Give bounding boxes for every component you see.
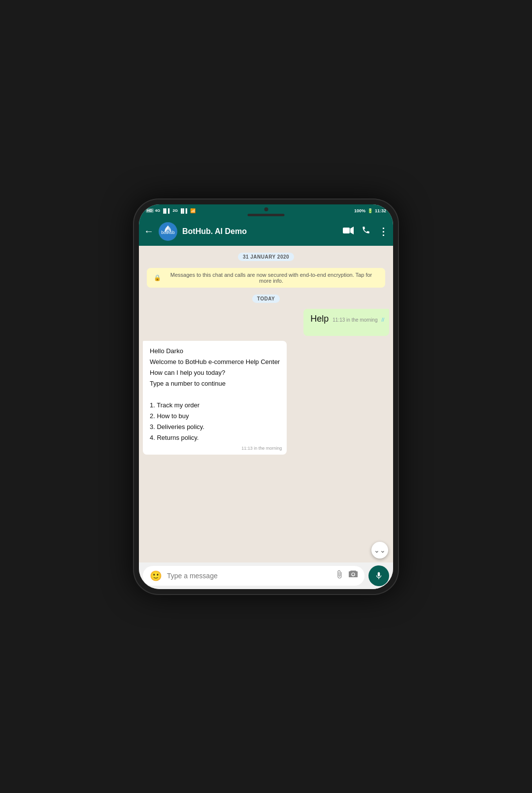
network-2g: 2G xyxy=(172,208,178,213)
video-call-icon[interactable] xyxy=(343,227,354,236)
bot-message-bubble: Hello Darko Welcome to BotHub e-commerce… xyxy=(143,341,287,455)
more-options-icon[interactable]: ⋮ xyxy=(378,226,388,237)
sent-message-bubble: Help 11:13 in the morning // xyxy=(303,309,389,336)
bot-message-row: Hello Darko Welcome to BotHub e-commerce… xyxy=(143,341,389,455)
camera-icon[interactable] xyxy=(349,570,358,581)
signal-bars-2: ▐▌▌ xyxy=(179,208,189,213)
avatar[interactable]: bothub xyxy=(159,222,177,241)
battery-icon: 🔋 xyxy=(367,208,373,213)
emoji-icon[interactable]: 🙂 xyxy=(150,570,162,582)
back-button[interactable]: ← xyxy=(144,226,154,237)
check-marks: // xyxy=(381,317,384,324)
input-bar: 🙂 xyxy=(139,562,393,589)
sent-message-text: Help xyxy=(310,313,329,325)
chat-area[interactable]: 31 JANUARY 2020 🔒 Messages to this chat … xyxy=(139,246,393,562)
phone-frame: HD 4G ▐▌▌ 2G ▐▌▌ 📶 100% 🔋 11:32 ← bothub xyxy=(133,198,399,595)
bot-message-time: 11:13 in the morning xyxy=(241,445,282,452)
bot-greeting: Hello Darko xyxy=(150,346,280,357)
message-input-container[interactable]: 🙂 xyxy=(143,566,365,586)
chat-name: BotHub. AI Demo xyxy=(182,227,338,236)
bot-option-3: 3. Deliveries policy. xyxy=(150,422,280,432)
chat-title-area: BotHub. AI Demo xyxy=(182,227,338,236)
bothub-logo-svg: bothub xyxy=(159,223,177,240)
sent-message-time: 11:13 in the morning xyxy=(332,317,377,324)
network-4g: 4G xyxy=(155,208,161,213)
lock-icon: 🔒 xyxy=(154,274,161,281)
today-divider: TODAY xyxy=(252,295,280,303)
mic-button[interactable] xyxy=(368,565,389,586)
bot-question: How can I help you today? xyxy=(150,367,280,378)
bot-option-1: 1. Track my order xyxy=(150,400,280,411)
sent-message-content: Help 11:13 in the morning // xyxy=(310,313,384,325)
battery-percent: 100% xyxy=(354,208,366,213)
encryption-notice[interactable]: 🔒 Messages to this chat and calls are no… xyxy=(147,268,385,288)
attachment-icon[interactable] xyxy=(335,570,344,581)
phone-screen: HD 4G ▐▌▌ 2G ▐▌▌ 📶 100% 🔋 11:32 ← bothub xyxy=(139,204,393,589)
svg-rect-2 xyxy=(343,228,350,233)
clock: 11:32 xyxy=(375,208,386,213)
bot-welcome: Welcome to BotHub e-commerce Help Center xyxy=(150,357,280,367)
sent-message-row: Help 11:13 in the morning // xyxy=(143,309,389,336)
hd-indicator: HD xyxy=(146,208,154,213)
bot-option-4: 4. Returns policy. xyxy=(150,432,280,443)
status-right: 100% 🔋 11:32 xyxy=(354,208,386,213)
chevron-down-icon: ⌄⌄ xyxy=(374,546,386,554)
header-icons: ⋮ xyxy=(343,226,388,237)
wifi-icon: 📶 xyxy=(190,208,196,213)
signal-bars-1: ▐▌▌ xyxy=(162,208,171,213)
bot-instruction: Type a number to continue xyxy=(150,378,280,389)
encryption-text: Messages to this chat and calls are now … xyxy=(164,272,378,284)
scroll-down-button[interactable]: ⌄⌄ xyxy=(371,542,388,559)
status-left: HD 4G ▐▌▌ 2G ▐▌▌ 📶 xyxy=(146,208,196,213)
message-input[interactable] xyxy=(167,572,330,580)
mic-icon xyxy=(374,571,383,580)
date-divider: 31 JANUARY 2020 xyxy=(238,253,294,261)
svg-marker-3 xyxy=(350,227,354,234)
phone-call-icon[interactable] xyxy=(362,226,370,237)
bot-option-2: 2. How to buy xyxy=(150,411,280,422)
chat-header: ← bothub BotHub. AI Demo xyxy=(139,217,393,246)
